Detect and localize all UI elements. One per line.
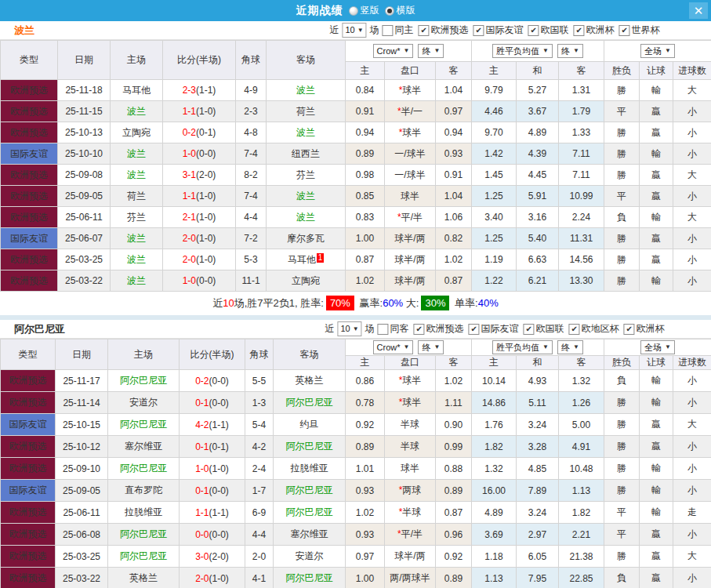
- match-count-select[interactable]: 10▼: [342, 23, 366, 38]
- sections-container: 波兰 近 10▼ 场 同主 ✔欧洲预选✔国际友谊✔欧国联✔欧洲杯✔世界杯 类型日…: [0, 21, 711, 588]
- avg-away-cell: 10.99: [559, 186, 604, 207]
- date-cell: 25-09-08: [58, 165, 111, 186]
- result-handicap-cell: 贏: [640, 186, 673, 207]
- avg-draw-cell: 4.39: [517, 143, 559, 165]
- chevron-down-icon: ▼: [357, 24, 364, 36]
- corners-cell: 5-4: [245, 414, 274, 436]
- home-team-cell: 阿尔巴尼亚: [108, 414, 180, 436]
- match-type-cell: 欧洲预选: [1, 392, 56, 414]
- score-cell: 0-2(0-0): [180, 370, 245, 392]
- scope-select[interactable]: 全场▼: [640, 340, 675, 354]
- odds-company-select[interactable]: Crow*▼: [373, 340, 414, 354]
- league-checkbox-poland-2[interactable]: ✔欧国联: [528, 21, 569, 39]
- avg-home-cell: 3.40: [472, 207, 517, 228]
- avg-home-cell: 9.70: [472, 122, 517, 143]
- league-checkbox-poland-3[interactable]: ✔欧洲杯: [574, 21, 615, 39]
- score-cell: 1-0(1-0): [180, 458, 245, 480]
- result-goals-cell: 小: [673, 568, 711, 588]
- result-wdl-cell: 負: [604, 370, 640, 392]
- odds-away-cell: 0.87: [436, 270, 472, 292]
- result-handicap-cell: 輸: [640, 480, 673, 502]
- league-checkbox-poland-4[interactable]: ✔世界杯: [619, 21, 660, 39]
- matches-suffix: 场: [370, 21, 379, 39]
- odds-home-cell: 0.87: [346, 249, 385, 270]
- record-summary: 近10场,胜7平2负1, 胜率:70% 赢率:60% 大:30% 单率:40%: [0, 292, 711, 315]
- match-row: 欧洲预选 25-09-05 荷兰 1-1(1-0) 7-4 波兰 0.85 球半…: [1, 186, 711, 207]
- same-venue-checkbox[interactable]: 同主: [383, 21, 414, 39]
- match-type-cell: 欧洲预选: [1, 101, 58, 122]
- date-cell: 25-10-15: [56, 414, 108, 436]
- league-checkbox-albania-4[interactable]: ✔欧洲杯: [624, 320, 665, 338]
- sub-col-header: 让球: [640, 356, 673, 370]
- same-venue-checkbox[interactable]: 同客: [378, 320, 409, 338]
- match-row: 欧洲预选 25-09-08 波兰 3-1(2-0) 8-2 芬兰 0.98 一/…: [1, 165, 711, 186]
- match-row: 国际友谊 25-06-07 波兰 2-0(1-0) 7-2 摩尔多瓦 1.00 …: [1, 228, 711, 249]
- avg-home-cell: 1.45: [472, 165, 517, 186]
- result-handicap-cell: 輸: [640, 502, 673, 524]
- handicap-cell: 球半: [385, 186, 436, 207]
- league-checkbox-poland-0[interactable]: ✔欧洲预选: [419, 21, 469, 39]
- league-checkbox-poland-1[interactable]: ✔国际友谊: [473, 21, 524, 39]
- result-handicap-cell: 輸: [640, 370, 673, 392]
- checkbox-checked-icon: ✔: [524, 324, 535, 335]
- layout-radio-vertical[interactable]: 竖版: [349, 4, 379, 17]
- col-header-0: 类型: [1, 41, 58, 80]
- sub-col-header: 胜负: [604, 62, 640, 80]
- scope-select[interactable]: 全场▼: [640, 44, 675, 58]
- score-cell: 2-0(1-0): [163, 228, 236, 249]
- layout-radio-horizontal[interactable]: 横版: [385, 4, 415, 17]
- home-team-cell: 拉脱维亚: [108, 502, 180, 524]
- checkbox-icon: [378, 324, 389, 335]
- league-checkbox-albania-1[interactable]: ✔国际友谊: [469, 320, 519, 338]
- radio-vertical-label: 竖版: [361, 4, 379, 17]
- wdl-average-select[interactable]: 胜平负均值▼: [492, 340, 553, 354]
- team-name-poland: 波兰: [14, 21, 34, 39]
- odds-stage-select[interactable]: 终▼: [418, 340, 444, 354]
- home-team-cell: 立陶宛: [111, 122, 163, 143]
- handicap-star-icon: *: [399, 506, 403, 517]
- odds-company-select[interactable]: Crow*▼: [373, 44, 414, 58]
- radio-unchecked-icon: [349, 6, 358, 16]
- result-handicap-cell: 輸: [640, 270, 673, 292]
- avg-draw-cell: 6.05: [517, 546, 559, 568]
- league-label: 欧洲预选: [431, 21, 469, 39]
- match-type-cell: 欧洲预选: [1, 568, 56, 588]
- home-team-cell: 马耳他: [111, 80, 163, 101]
- result-handicap-cell: 贏: [640, 524, 673, 546]
- match-type-cell: 国际友谊: [1, 480, 56, 502]
- wdl-stage-select[interactable]: 终▼: [557, 340, 583, 354]
- league-checkbox-albania-2[interactable]: ✔欧国联: [524, 320, 564, 338]
- avg-home-cell: 1.42: [472, 143, 517, 165]
- checkbox-checked-icon: ✔: [574, 25, 585, 36]
- match-count-select[interactable]: 10▼: [337, 321, 361, 336]
- avg-home-cell: 1.82: [472, 436, 517, 458]
- avg-away-cell: 1.26: [559, 392, 604, 414]
- wdl-stage-select[interactable]: 终▼: [557, 44, 583, 58]
- sub-col-header: 主: [472, 356, 517, 370]
- match-type-cell: 欧洲预选: [1, 249, 58, 270]
- match-type-cell: 欧洲预选: [1, 436, 56, 458]
- odds-home-cell: 1.02: [346, 270, 385, 292]
- close-icon[interactable]: ✕: [689, 2, 708, 19]
- odds-stage-select[interactable]: 终▼: [418, 44, 444, 58]
- result-wdl-cell: 勝: [604, 270, 640, 292]
- odds-away-cell: 0.87: [436, 502, 472, 524]
- result-goals-cell: 小: [673, 143, 711, 165]
- result-goals-cell: 小: [673, 436, 711, 458]
- league-checkbox-albania-3[interactable]: ✔欧地区杯: [569, 320, 619, 338]
- odds-home-cell: 0.83: [346, 207, 385, 228]
- odds-away-cell: 1.11: [436, 392, 472, 414]
- score-cell: 1-0(0-0): [163, 270, 236, 292]
- league-checkbox-albania-0[interactable]: ✔欧洲预选: [414, 320, 464, 338]
- summary-part: 赢率:: [357, 297, 383, 309]
- match-type-cell: 国际友谊: [1, 228, 58, 249]
- checkbox-checked-icon: ✔: [528, 25, 539, 36]
- wdl-average-select[interactable]: 胜平负均值▼: [492, 44, 553, 58]
- match-type-cell: 欧洲预选: [1, 207, 58, 228]
- result-handicap-cell: 輸: [640, 207, 673, 228]
- avg-away-cell: 4.91: [559, 436, 604, 458]
- league-label: 欧洲杯: [586, 21, 615, 39]
- away-team-cell: 阿尔巴尼亚: [274, 436, 346, 458]
- odds-away-cell: 0.99: [436, 436, 472, 458]
- handicap-cell: 一/球半: [385, 143, 436, 165]
